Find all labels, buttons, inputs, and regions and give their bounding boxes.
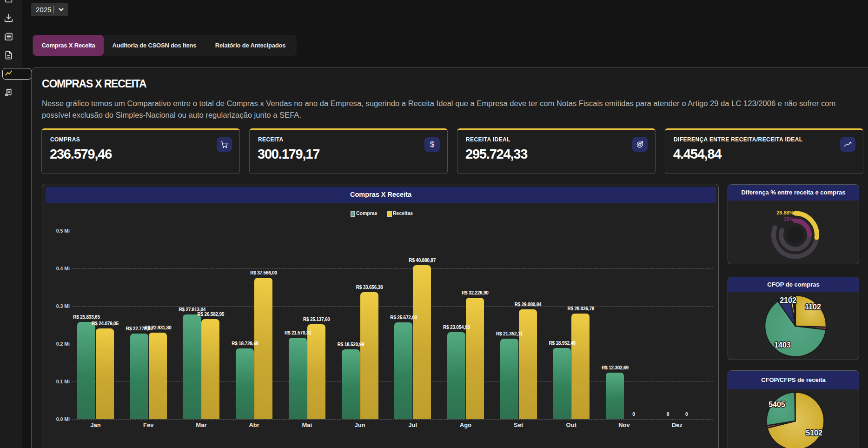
svg-text:26.88%: 26.88%	[776, 210, 794, 215]
svg-text:25%: 25%	[783, 216, 794, 222]
svg-text:5405: 5405	[769, 401, 785, 408]
svg-text:2102: 2102	[780, 296, 796, 304]
svg-text:1403: 1403	[774, 341, 791, 349]
svg-text:5102: 5102	[806, 429, 822, 437]
svg-text:1102: 1102	[805, 303, 821, 311]
